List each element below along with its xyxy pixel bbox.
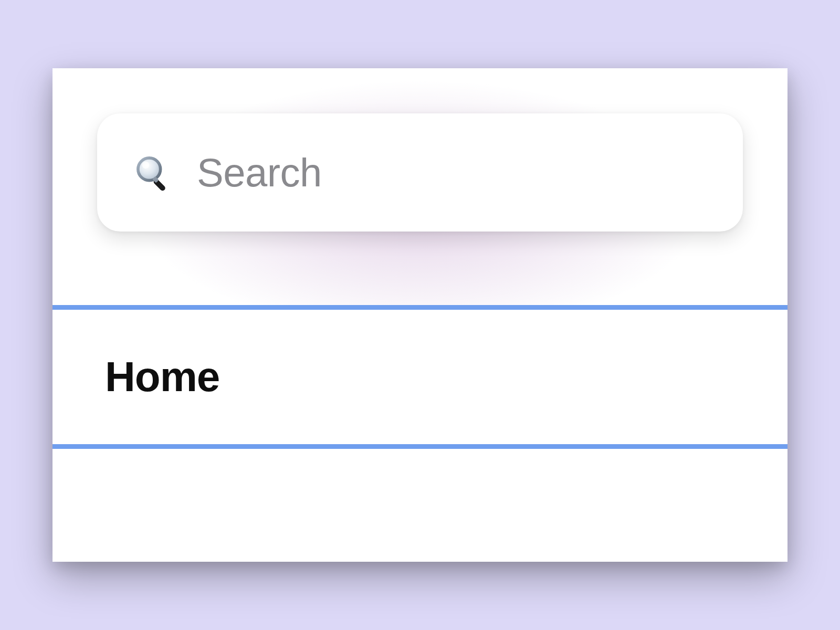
search-input[interactable]	[197, 150, 706, 195]
nav-item-label: Home	[105, 353, 219, 400]
search-box[interactable]	[97, 113, 743, 232]
main-card: Home	[52, 68, 788, 562]
nav-item-home[interactable]: Home	[52, 305, 788, 449]
svg-point-1	[142, 161, 150, 169]
search-area	[52, 68, 788, 232]
search-icon	[134, 154, 172, 192]
svg-point-0	[138, 158, 161, 180]
nav-section: Home	[52, 305, 788, 449]
